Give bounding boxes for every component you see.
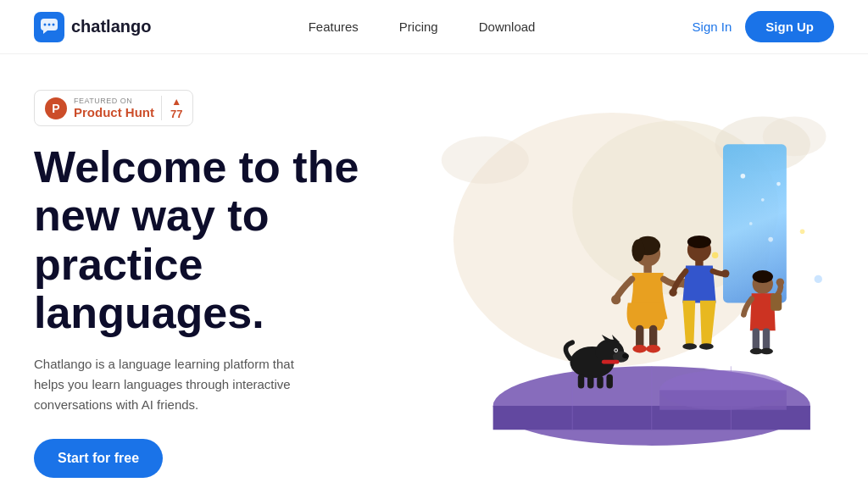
svg-rect-30 <box>587 376 593 389</box>
ph-vote-count: 77 <box>170 108 182 120</box>
nav-features[interactable]: Features <box>309 19 359 34</box>
svg-point-48 <box>682 343 697 349</box>
hero-section: P FEATURED ON Product Hunt ▲ 77 Welcome … <box>0 54 868 488</box>
svg-point-44 <box>687 236 711 248</box>
svg-point-37 <box>611 295 620 304</box>
nav-download[interactable]: Download <box>479 19 536 34</box>
svg-point-42 <box>646 345 660 352</box>
svg-point-49 <box>699 343 714 349</box>
svg-point-41 <box>632 345 647 352</box>
svg-rect-32 <box>606 374 612 389</box>
svg-point-1 <box>44 23 47 25</box>
sign-in-button[interactable]: Sign In <box>693 19 732 34</box>
hero-svg <box>390 80 834 488</box>
svg-rect-31 <box>597 376 603 389</box>
logo-text: chatlango <box>71 17 151 36</box>
sign-up-button[interactable]: Sign Up <box>745 11 834 42</box>
logo-icon <box>34 12 64 42</box>
svg-point-46 <box>669 289 676 297</box>
svg-point-14 <box>768 237 773 242</box>
ph-name: Product Hunt <box>74 105 154 119</box>
svg-point-12 <box>776 182 781 186</box>
ph-votes: ▲ 77 <box>161 96 182 120</box>
hero-title: Welcome to the new way to practice langu… <box>34 143 390 337</box>
svg-point-27 <box>622 353 628 358</box>
ph-icon: P <box>45 97 67 119</box>
svg-point-26 <box>615 349 617 352</box>
svg-rect-28 <box>602 360 620 364</box>
svg-point-11 <box>761 198 765 202</box>
svg-point-47 <box>721 269 729 277</box>
hero-subtitle: Chatlango is a language learning platfor… <box>34 354 322 415</box>
svg-rect-29 <box>578 374 584 389</box>
svg-point-8 <box>442 136 529 184</box>
svg-point-13 <box>749 222 753 225</box>
nav-links: Features Pricing Download <box>309 19 536 34</box>
hero-left: P FEATURED ON Product Hunt ▲ 77 Welcome … <box>34 90 390 478</box>
start-for-free-button[interactable]: Start for free <box>34 439 163 478</box>
svg-point-58 <box>712 252 718 258</box>
ph-text: FEATURED ON Product Hunt <box>74 97 154 119</box>
ph-featured-label: FEATURED ON <box>74 97 154 105</box>
svg-rect-54 <box>753 328 760 350</box>
svg-point-57 <box>760 348 773 354</box>
svg-point-60 <box>815 275 822 283</box>
svg-rect-36 <box>643 265 651 273</box>
svg-rect-45 <box>695 260 703 266</box>
svg-point-10 <box>741 174 746 179</box>
product-hunt-badge[interactable]: P FEATURED ON Product Hunt ▲ 77 <box>34 90 193 126</box>
svg-point-35 <box>632 240 644 262</box>
svg-point-51 <box>753 270 773 283</box>
svg-rect-55 <box>763 328 770 350</box>
svg-point-52 <box>776 278 784 286</box>
hero-illustration <box>390 80 834 488</box>
svg-point-3 <box>53 23 55 25</box>
ph-upvote-icon: ▲ <box>171 96 181 108</box>
logo-link[interactable]: chatlango <box>34 12 151 42</box>
nav-pricing[interactable]: Pricing <box>399 19 438 34</box>
svg-point-59 <box>800 229 805 234</box>
svg-rect-53 <box>771 293 782 311</box>
nav-right: Sign In Sign Up <box>693 11 834 42</box>
navbar: chatlango Features Pricing Download Sign… <box>0 0 868 54</box>
svg-point-2 <box>48 23 51 25</box>
